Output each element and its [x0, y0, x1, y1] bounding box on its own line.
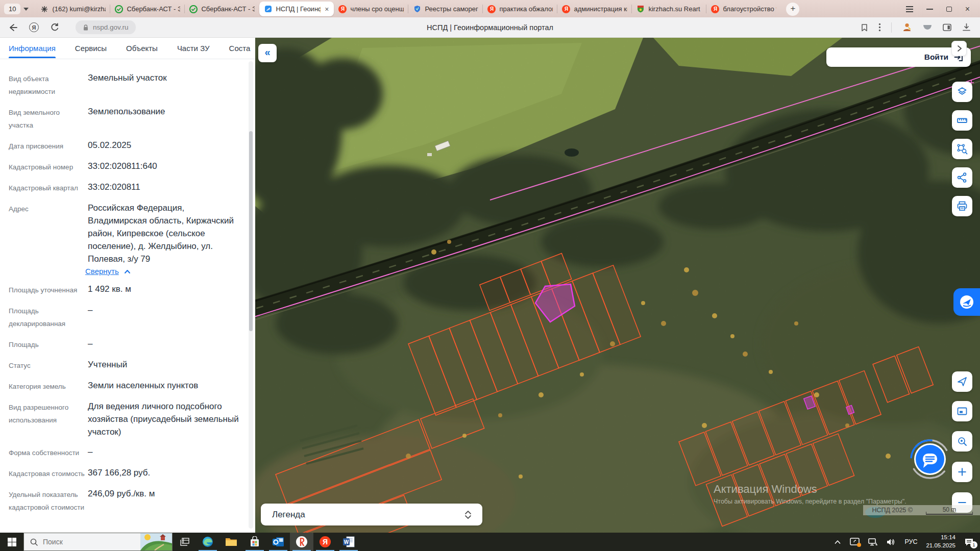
svg-text:W: W [344, 539, 349, 545]
downloads-icon[interactable] [962, 23, 971, 32]
browser-tab[interactable]: (162) kumi@kirzhach [36, 2, 110, 16]
plus-icon: + [791, 4, 796, 14]
kebab-menu-icon[interactable] [878, 23, 881, 32]
yandex-icon: Я [487, 5, 496, 13]
alice-icon[interactable] [922, 24, 933, 31]
tab-close-icon[interactable]: × [324, 6, 329, 13]
satellite-imagery[interactable] [255, 38, 980, 533]
object-search-icon [957, 436, 968, 447]
tab-services[interactable]: Сервисы [75, 38, 107, 58]
browser-tab[interactable]: Я администрация ки [557, 2, 632, 16]
window-controls: × [906, 5, 977, 13]
zoom-in-button[interactable] [952, 462, 972, 482]
field-value: Землепользование [88, 105, 165, 132]
taskbar-app-outlook[interactable] [266, 533, 290, 551]
date: 21.05.2025 [926, 542, 955, 550]
satellite-map[interactable]: « Войти [255, 38, 980, 533]
taskbar-app-yandex[interactable]: Я [313, 533, 337, 551]
yandex-icon: Я [319, 536, 331, 548]
tab-parcel-parts[interactable]: Части ЗУ [177, 38, 210, 58]
unfold-icon[interactable] [464, 510, 472, 520]
browser-tab[interactable]: Я благоустройство т [706, 2, 781, 16]
mail-asterisk-icon [40, 5, 48, 13]
collapse-panel-button[interactable]: « [258, 44, 277, 62]
taskbar-search[interactable] [23, 533, 173, 551]
volume-icon[interactable] [887, 538, 896, 546]
back-icon[interactable] [8, 23, 18, 32]
tab-composition[interactable]: Соста [229, 38, 251, 58]
share-button[interactable] [952, 167, 972, 188]
mini-map-button[interactable] [952, 401, 972, 421]
browser-tab[interactable]: Я члены сро оценщи [334, 2, 408, 16]
legend-panel[interactable]: Легенда [261, 504, 482, 525]
field-value: – [88, 445, 92, 459]
field-value: 33:02:020811 [88, 181, 140, 194]
screen-notification-icon[interactable] [850, 538, 860, 546]
minimize-icon[interactable] [926, 9, 933, 10]
panel-tabs-scroll-right-button[interactable] [951, 41, 967, 56]
system-tray: РУС 15:14 21.05.2025 1 [834, 533, 980, 551]
close-icon[interactable]: × [965, 5, 970, 13]
network-icon[interactable] [868, 538, 878, 546]
browser-tab[interactable]: kirzhach.su Reart - [632, 2, 706, 16]
profile-avatar-icon[interactable] [902, 22, 912, 32]
taskbar-app-word[interactable]: W [337, 533, 360, 551]
chevron-down-icon [23, 8, 29, 11]
taskbar-app-edge[interactable] [196, 533, 219, 551]
print-button[interactable] [952, 196, 972, 216]
scrollbar-thumb[interactable] [249, 131, 253, 331]
object-search-button[interactable] [952, 431, 972, 452]
notification-center-button[interactable]: 1 [964, 538, 974, 546]
new-tab-button[interactable]: + [786, 3, 799, 16]
object-attributes: Вид объекта недвижимости Земельный участ… [0, 59, 255, 514]
yandex-home-icon[interactable]: Я [29, 22, 39, 32]
field-label: Статус [9, 358, 85, 372]
field-row: Статус Учтенный [9, 358, 245, 372]
taskbar-clock[interactable]: 15:14 21.05.2025 [926, 534, 955, 549]
browser-tab[interactable]: Реестры саморегу [408, 2, 483, 16]
login-bar[interactable]: Войти [826, 47, 971, 67]
tab-counter[interactable]: 10 [4, 4, 29, 14]
field-row: Кадастровая стоимость 367 166,28 руб. [9, 466, 245, 480]
assistant-button[interactable] [953, 288, 980, 316]
locate-button[interactable] [952, 371, 972, 392]
layers-button[interactable] [952, 82, 972, 102]
word-icon: W [342, 536, 355, 547]
browser-menu-icon[interactable] [906, 6, 913, 12]
address-bar[interactable]: nspd.gov.ru [76, 20, 136, 34]
browser-tab[interactable]: Я практика обжалов [483, 2, 557, 16]
browser-tab[interactable]: Сбербанк-АСТ - Эл [110, 2, 185, 16]
chat-widget-button[interactable] [909, 438, 951, 481]
panel-scrollbar[interactable] [249, 61, 253, 529]
language-indicator[interactable]: РУС [904, 538, 917, 545]
search-input[interactable] [43, 538, 130, 546]
search-daily-image[interactable] [140, 533, 172, 550]
nspd-icon [264, 5, 272, 13]
taskbar-app-store[interactable] [243, 533, 266, 551]
taskbar-app-yandex-browser[interactable] [290, 533, 313, 551]
sber-check-icon [115, 5, 123, 13]
ruler-button[interactable] [952, 110, 972, 131]
chevron-up-icon[interactable] [124, 269, 131, 274]
spatial-search-button[interactable] [952, 139, 972, 159]
tab-information[interactable]: Информация [9, 38, 56, 58]
taskbar-app-explorer[interactable] [219, 533, 243, 551]
browser-tab[interactable]: Сбербанк-АСТ - Эл [185, 2, 259, 16]
refresh-icon[interactable] [50, 23, 59, 32]
field-value: 246,09 руб./кв. м [88, 487, 155, 514]
field-label: Вид разрешенного использования [9, 400, 85, 438]
bookmark-icon[interactable] [861, 23, 868, 32]
kirzhach-emblem-icon [636, 5, 645, 13]
chevron-up-icon[interactable] [834, 540, 841, 544]
tab-label: Сбербанк-АСТ - Эл [127, 5, 180, 13]
start-button[interactable] [0, 533, 23, 551]
browser-tab-active[interactable]: НСПД | Геоинфо × [259, 2, 334, 16]
maximize-icon[interactable] [946, 7, 952, 12]
field-label: Адрес [9, 202, 85, 276]
tab-label: НСПД | Геоинфо [276, 5, 321, 13]
collapse-address-link[interactable]: Свернуть [85, 267, 119, 276]
side-panel-icon[interactable] [943, 23, 952, 32]
task-view-button[interactable] [173, 533, 196, 551]
zoom-in-icon [957, 467, 967, 477]
tab-objects[interactable]: Объекты [126, 38, 158, 58]
